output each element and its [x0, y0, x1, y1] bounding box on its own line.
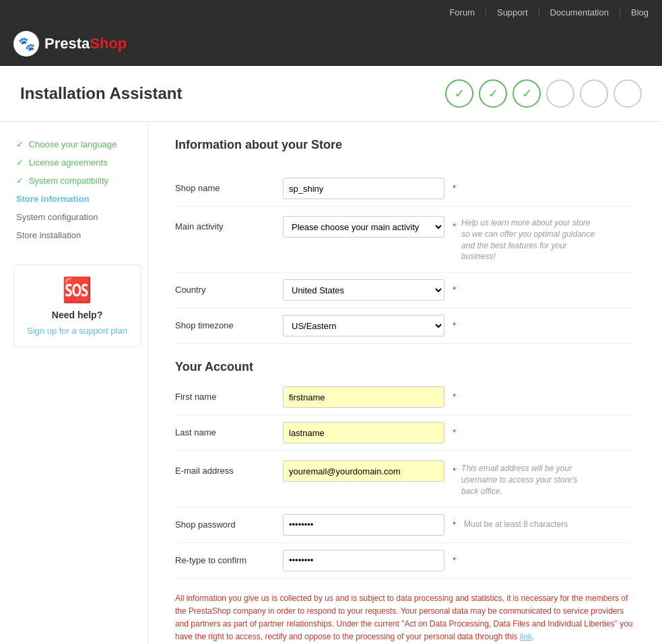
logo-shop-text: Shop — [90, 35, 127, 52]
timezone-controls: US/Eastern * — [283, 315, 635, 336]
shop-name-required: * — [453, 183, 456, 193]
shop-name-row: Shop name * — [175, 171, 635, 207]
sidebar-item-store-information[interactable]: Store information — [13, 190, 141, 208]
step-3: ✓ — [512, 79, 541, 108]
timezone-label: Shop timezone — [175, 315, 283, 330]
main-activity-controls: Please choose your main activity * Help … — [283, 216, 635, 262]
password-required: * — [453, 520, 456, 530]
shop-name-controls: * — [283, 178, 635, 199]
main-activity-select[interactable]: Please choose your main activity — [283, 216, 444, 238]
logo: 🐾 PrestaShop — [13, 31, 127, 57]
step-5 — [580, 79, 608, 108]
email-input[interactable] — [283, 460, 444, 482]
help-icon: 🆘 — [25, 276, 129, 304]
email-row: E-mail address * This email address will… — [175, 451, 635, 507]
logo-presta-text: Presta — [44, 35, 90, 52]
steps-container: ✓ ✓ ✓ — [445, 79, 642, 108]
main-container: Installation Assistant ✓ ✓ ✓ ✓ Choose yo… — [0, 66, 662, 644]
timezone-required: * — [453, 320, 456, 330]
email-controls: * This email address will be your userna… — [283, 460, 635, 497]
retype-input[interactable] — [283, 550, 444, 571]
password-input[interactable] — [283, 514, 444, 536]
installation-title: Installation Assistant — [20, 84, 183, 103]
logo-icon: 🐾 — [13, 31, 39, 57]
retype-controls: * — [283, 550, 635, 571]
check-icon-2: ✓ — [16, 157, 24, 168]
account-section-title: Your Account — [175, 360, 635, 374]
email-label: E-mail address — [175, 460, 283, 476]
nav-support-link[interactable]: Support — [486, 7, 528, 17]
installation-header: Installation Assistant ✓ ✓ ✓ — [0, 66, 662, 122]
privacy-text: All information you give us is collected… — [175, 592, 635, 644]
check-icon-1: ✓ — [16, 139, 24, 149]
header-bar: 🐾 PrestaShop — [0, 24, 662, 66]
shop-name-label: Shop name — [175, 178, 283, 193]
sidebar-item-system-configuration: System configuration — [13, 208, 141, 226]
main-activity-label: Main activity — [175, 216, 283, 231]
retype-required: * — [453, 555, 456, 565]
first-name-label: First name — [175, 386, 283, 402]
timezone-select[interactable]: US/Eastern — [283, 315, 444, 336]
first-name-input[interactable] — [283, 386, 444, 408]
sidebar-item-choose-language: ✓ Choose your language — [13, 135, 141, 153]
check-icon-3: ✓ — [16, 176, 24, 186]
country-label: Country — [175, 279, 283, 295]
email-required: * — [453, 466, 456, 476]
help-title: Need help? — [25, 310, 129, 320]
last-name-controls: * — [283, 422, 635, 443]
form-area: Information about your Store Shop name *… — [148, 122, 662, 644]
step-2: ✓ — [479, 79, 507, 108]
step-1: ✓ — [445, 79, 473, 108]
privacy-link[interactable]: link — [520, 632, 532, 641]
sidebar-item-system-compatibility: ✓ System compatibility — [13, 172, 141, 190]
last-name-row: Last name * — [175, 415, 635, 451]
password-row: Shop password * Must be at least 8 chara… — [175, 507, 635, 543]
help-box: 🆘 Need help? Sign up for a support plan — [13, 264, 141, 347]
nav-forum-link[interactable]: Forum — [438, 7, 475, 17]
password-label: Shop password — [175, 514, 283, 530]
password-hint: Must be at least 8 characters — [464, 520, 568, 529]
help-link[interactable]: Sign up for a support plan — [27, 326, 127, 336]
sidebar: ✓ Choose your language ✓ License agreeme… — [0, 122, 148, 644]
shop-name-input[interactable] — [283, 178, 444, 199]
main-activity-required: * — [453, 221, 456, 231]
last-name-required: * — [453, 427, 456, 437]
last-name-label: Last name — [175, 422, 283, 437]
country-required: * — [453, 285, 456, 295]
top-navigation: Forum Support Documentation Blog — [0, 0, 662, 24]
country-row: Country United States * — [175, 273, 635, 308]
retype-row: Re-type to confirm * — [175, 543, 635, 579]
step-6 — [614, 79, 642, 108]
first-name-row: First name * — [175, 380, 635, 415]
timezone-row: Shop timezone US/Eastern * — [175, 308, 635, 344]
last-name-input[interactable] — [283, 422, 444, 443]
first-name-controls: * — [283, 386, 635, 408]
retype-label: Re-type to confirm — [175, 550, 283, 565]
nav-documentation-link[interactable]: Documentation — [539, 7, 609, 17]
step-4 — [546, 79, 574, 108]
main-activity-row: Main activity Please choose your main ac… — [175, 207, 635, 273]
country-select[interactable]: United States — [283, 279, 444, 301]
main-activity-help: Help us learn more about your store so w… — [461, 217, 596, 262]
content-area: ✓ Choose your language ✓ License agreeme… — [0, 122, 662, 644]
store-section-title: Information about your Store — [175, 138, 635, 157]
country-controls: United States * — [283, 279, 635, 301]
sidebar-item-license: ✓ License agreements — [13, 153, 141, 172]
password-controls: * Must be at least 8 characters — [283, 514, 635, 536]
email-help: This email address will be your username… — [461, 463, 596, 497]
sidebar-item-store-installation: Store installation — [13, 226, 141, 244]
nav-blog-link[interactable]: Blog — [620, 7, 649, 17]
first-name-required: * — [453, 392, 456, 402]
